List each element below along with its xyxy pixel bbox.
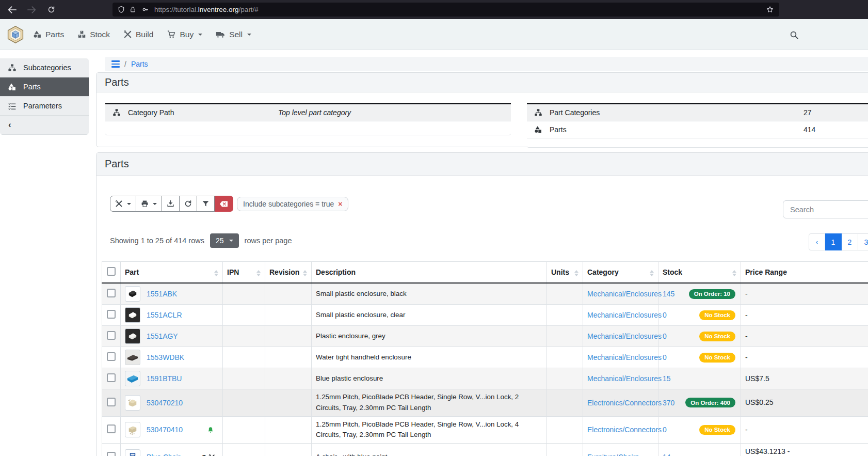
nav-parts[interactable]: Parts	[33, 30, 64, 39]
browser-reload-button[interactable]	[43, 3, 59, 17]
sidebar-item-label: Parts	[23, 83, 41, 91]
sort-icon[interactable]	[650, 270, 654, 276]
prev-page-button[interactable]: ‹	[809, 233, 825, 250]
sidebar-item-parameters[interactable]: Parameters	[0, 97, 89, 116]
sort-icon[interactable]	[214, 270, 218, 276]
page-3-button[interactable]: 3	[858, 233, 868, 250]
category-link[interactable]: Electronics/Connectors	[587, 426, 662, 434]
category-stats-card: Part Categories 27 Parts 414	[527, 103, 868, 148]
page-1-button[interactable]: 1	[825, 233, 842, 250]
col-ipn[interactable]: IPN	[223, 262, 265, 284]
row-checkbox[interactable]	[107, 331, 116, 340]
stock-link[interactable]: 145	[663, 290, 674, 298]
part-link[interactable]: Blue Chair	[147, 453, 180, 456]
key-icon[interactable]	[141, 6, 150, 13]
category-link[interactable]: Mechanical/Enclosures	[587, 374, 662, 383]
tools-dropdown-button[interactable]	[110, 196, 136, 212]
sidebar-collapse-button[interactable]: ‹	[0, 116, 89, 135]
stock-link[interactable]: 0	[663, 332, 667, 340]
shield-icon[interactable]	[118, 6, 125, 13]
col-price[interactable]: Price Range	[741, 262, 868, 284]
part-link[interactable]: 1551ABK	[147, 290, 177, 298]
row-checkbox[interactable]	[107, 452, 116, 456]
inventree-logo[interactable]	[6, 25, 25, 44]
sort-icon[interactable]	[574, 270, 578, 276]
url-bar[interactable]: https://tutorial.inventree.org/part/#	[112, 3, 779, 17]
stock-link[interactable]: 370	[663, 399, 674, 407]
download-button[interactable]	[162, 196, 180, 212]
browser-forward-button[interactable]	[24, 3, 39, 17]
print-dropdown-button[interactable]	[136, 196, 162, 212]
part-thumbnail[interactable]	[125, 449, 140, 456]
search-input[interactable]	[783, 200, 868, 218]
nav-sell[interactable]: Sell	[216, 30, 251, 39]
row-checkbox[interactable]	[107, 310, 116, 319]
category-link[interactable]: Mechanical/Enclosures	[587, 332, 662, 340]
search-icon[interactable]	[790, 30, 799, 42]
part-link[interactable]: 1591BTBU	[147, 374, 182, 383]
stock-link[interactable]: 0	[663, 311, 667, 319]
select-all-checkbox[interactable]	[107, 267, 116, 276]
nav-build[interactable]: Build	[123, 30, 153, 39]
row-checkbox[interactable]	[107, 289, 116, 297]
col-category[interactable]: Category	[583, 262, 658, 284]
browser-chrome: https://tutorial.inventree.org/part/#	[0, 0, 868, 19]
part-thumbnail[interactable]	[125, 350, 140, 365]
part-link[interactable]: 1553WDBK	[147, 353, 184, 361]
part-link[interactable]: 530470410	[147, 426, 183, 434]
sidebar-item-subcategories[interactable]: Subcategories	[0, 58, 89, 77]
table-row: 1591BTBU Blue plastic enclosure Mechanic…	[102, 368, 868, 389]
category-link[interactable]: Mechanical/Enclosures	[587, 311, 662, 319]
row-checkbox[interactable]	[107, 373, 116, 382]
col-stock[interactable]: Stock	[658, 262, 741, 284]
part-link[interactable]: 530470210	[147, 399, 183, 407]
menu-icon[interactable]	[111, 60, 120, 68]
part-thumbnail[interactable]	[125, 307, 140, 323]
clear-filters-button[interactable]	[215, 196, 233, 212]
stock-link[interactable]: 14	[663, 453, 671, 456]
status-badge: On Order: 10	[689, 289, 735, 299]
col-revision[interactable]: Revision	[265, 262, 312, 284]
part-link[interactable]: 1551AGY	[147, 332, 178, 340]
stock-link[interactable]: 15	[663, 374, 671, 383]
part-thumbnail[interactable]	[125, 286, 140, 302]
row-checkbox[interactable]	[107, 398, 116, 406]
pagination-info: Showing 1 to 25 of 414 rows 25 rows per …	[110, 233, 292, 248]
col-part[interactable]: Part	[121, 262, 223, 284]
bell-icon[interactable]	[207, 426, 214, 434]
page-2-button[interactable]: 2	[842, 233, 858, 250]
remove-filter-icon[interactable]: ×	[338, 200, 342, 208]
status-badge: No Stock	[699, 332, 735, 341]
category-link[interactable]: Mechanical/Enclosures	[587, 290, 662, 298]
filter-button[interactable]	[197, 196, 215, 212]
category-link[interactable]: Furniture/Chairs	[587, 453, 639, 456]
refresh-button[interactable]	[180, 196, 197, 212]
category-link[interactable]: Electronics/Connectors	[587, 399, 662, 407]
breadcrumb-parts-link[interactable]: Parts	[131, 60, 148, 68]
sidebar-item-parts[interactable]: Parts	[0, 77, 89, 97]
col-description[interactable]: Description	[312, 262, 547, 284]
sort-icon[interactable]	[732, 270, 736, 276]
row-checkbox[interactable]	[107, 424, 116, 433]
browser-back-button[interactable]	[4, 3, 20, 17]
part-thumbnail[interactable]	[125, 422, 140, 437]
part-thumbnail[interactable]	[125, 328, 140, 344]
category-link[interactable]: Mechanical/Enclosures	[587, 353, 662, 361]
lock-icon[interactable]	[130, 6, 136, 13]
part-thumbnail[interactable]	[125, 395, 140, 411]
part-link[interactable]: 1551ACLR	[147, 311, 182, 319]
stock-link[interactable]: 0	[663, 353, 667, 361]
nav-buy[interactable]: Buy	[167, 30, 202, 39]
sort-icon[interactable]	[303, 270, 307, 276]
part-thumbnail[interactable]	[125, 371, 140, 386]
row-checkbox[interactable]	[107, 352, 116, 361]
bookmark-star-icon[interactable]	[766, 6, 774, 13]
table-row: 1551AGY Plastic enclosure, grey Mechanic…	[102, 326, 868, 347]
nav-stock[interactable]: Stock	[77, 30, 110, 39]
col-units[interactable]: Units	[547, 262, 583, 284]
chevron-down-icon	[247, 34, 251, 36]
page-size-dropdown[interactable]: 25	[210, 233, 239, 248]
chevron-down-icon	[127, 203, 131, 205]
sort-icon[interactable]	[256, 270, 261, 276]
stock-link[interactable]: 0	[663, 426, 667, 434]
